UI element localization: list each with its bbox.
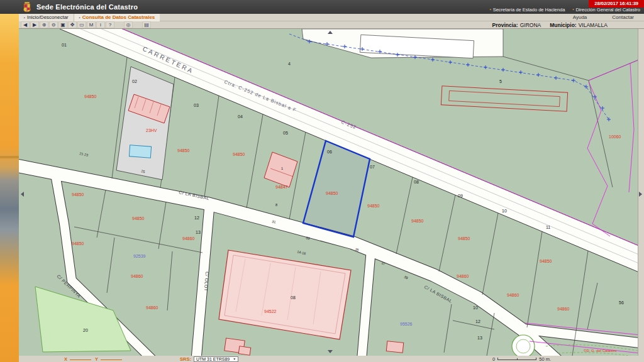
municipio-label: Municipio: — [550, 22, 577, 28]
map-label: 08 — [414, 180, 419, 184]
small-building — [238, 346, 250, 355]
zoom-out-button[interactable]: ⊖ — [49, 21, 58, 28]
map-label: 95526 — [400, 322, 413, 326]
map-label: 01 — [62, 43, 67, 47]
map-label: 94860 — [557, 307, 570, 311]
map-label: 92539 — [133, 254, 146, 258]
map-label: 03 — [194, 103, 199, 107]
tab-bar: ▪ Inicio/Desconectar ▪ Consulta de Datos… — [19, 14, 644, 21]
cadastral-map-viewport[interactable]: CARRETERACtra. C-252 de La Bisbal a FC-2… — [19, 29, 638, 356]
scale-zero: 0 — [492, 356, 495, 362]
pan-down-arrow[interactable] — [328, 350, 333, 353]
measure-button[interactable]: M — [87, 21, 96, 28]
map-label: 5 — [499, 79, 502, 84]
map-label: 10 — [502, 209, 507, 213]
map-label: 20 — [83, 328, 88, 332]
small-building — [386, 341, 404, 353]
map-label: 56 — [619, 300, 624, 305]
map-label: ©D. G. del Catastro — [584, 349, 617, 353]
map-label: 12 — [475, 319, 480, 324]
coordinate-y-value — [101, 359, 122, 360]
pan-up-arrow[interactable] — [328, 31, 333, 34]
sidebar-divider — [0, 156, 19, 158]
map-label: 08 — [291, 295, 296, 300]
title-bar: Sede Electrónica del Catastro 28/02/2017… — [0, 0, 644, 14]
pan-left-arrow[interactable] — [21, 192, 24, 197]
pool — [129, 145, 151, 158]
map-label: 94522 — [264, 309, 277, 314]
map-label: 25 — [141, 169, 145, 173]
map-label: 1 — [281, 167, 283, 170]
map-label: 94850 — [177, 148, 190, 153]
scale-bar: 0 50 m. — [492, 356, 551, 362]
tab-consulta-datos-catastrales[interactable]: ▪ Consulta de Datos Catastrales — [74, 14, 160, 21]
srs-select[interactable]: UTM 31 ETRS89 ▼ — [194, 356, 238, 362]
location-indicator: Provincia:GIRONAMunicipio:VILAMALLA — [492, 22, 608, 28]
map-label: 94860 — [457, 274, 469, 278]
map-label: 94850 — [540, 259, 552, 263]
back-button[interactable]: ◀ — [21, 21, 30, 28]
scale-label: 50 m. — [539, 356, 551, 362]
help-button[interactable]: ? — [106, 21, 114, 28]
link-dgc[interactable]: ▪Dirección General del Catastro — [572, 7, 640, 13]
tab-bar-right: Ayuda Contactar — [573, 14, 634, 20]
sede-catastro-app: { "header": { "title": "Sede Electrónica… — [0, 0, 644, 362]
map-label: 94850 — [72, 192, 84, 197]
map-label: 94850 — [326, 191, 338, 195]
map-label: 94850 — [72, 241, 84, 246]
map-label: 02 — [132, 79, 137, 84]
link-secretaria[interactable]: ▪Secretaría de Estado de Hacienda — [490, 7, 565, 13]
help-link[interactable]: Ayuda — [573, 14, 587, 20]
map-label: 94850 — [233, 152, 245, 156]
map-label: 13 — [477, 336, 482, 340]
contact-link[interactable]: Contactar — [612, 14, 634, 20]
map-label: 06 — [327, 150, 332, 154]
map-label: 94860 — [182, 236, 195, 241]
header-links: ▪Secretaría de Estado de Hacienda ▪Direc… — [490, 7, 641, 13]
page-title: Sede Electrónica del Catastro — [36, 3, 138, 11]
map-label: 07 — [370, 165, 375, 169]
zoom-window-button[interactable]: ▣ — [58, 21, 67, 28]
map-label: 8 — [275, 203, 277, 207]
map-toolbar: ◀▶⊕⊖▣✥▭Mi?◎▤ Provincia:GIRONAMunicipio:V… — [19, 21, 644, 29]
spain-coat-of-arms-icon — [23, 2, 31, 13]
bullet-icon: ▪ — [490, 8, 491, 11]
map-label: 11 — [546, 225, 550, 229]
province-value: GIRONA — [520, 22, 541, 28]
map-label: 94850 — [411, 219, 424, 223]
map-label: 23HV — [146, 128, 157, 133]
map-label: 94850 — [132, 216, 145, 221]
forward-button[interactable]: ▶ — [30, 21, 39, 28]
map-label: 04 — [238, 114, 243, 119]
locate-button[interactable]: ◎ — [124, 21, 133, 28]
map-label: 12 — [194, 216, 199, 220]
map-label: 94847 — [275, 185, 288, 189]
map-label: 10060 — [609, 134, 621, 139]
pan-button[interactable]: ✥ — [68, 21, 77, 28]
zoom-in-button[interactable]: ⊕ — [40, 21, 48, 28]
map-label: 05 — [283, 131, 288, 135]
map-label: 94860 — [507, 293, 519, 297]
zoom-extent-button[interactable]: ▭ — [77, 21, 86, 28]
province-label: Provincia: — [492, 22, 518, 28]
map-label: 94850 — [84, 94, 97, 99]
cadastral-map: CARRETERACtra. C-252 de La Bisbal a FC-2… — [19, 29, 638, 356]
map-label: 94860 — [131, 274, 143, 278]
tab-inicio-desconectar[interactable]: ▪ Inicio/Desconectar — [19, 14, 74, 21]
pan-right-arrow[interactable] — [639, 192, 642, 197]
coordinate-y-label: Y — [95, 356, 98, 362]
status-bar: X Y SRS: UTM 31 ETRS89 ▼ 0 50 m. — [19, 356, 644, 362]
map-label: 13 — [196, 230, 201, 234]
bullet-icon: ▪ — [572, 8, 574, 11]
print-button[interactable]: ▤ — [142, 21, 151, 28]
scale-line — [497, 358, 536, 360]
bullet-icon: ▪ — [79, 16, 80, 19]
coordinate-x-label: X — [64, 356, 67, 362]
bullet-icon: ▪ — [24, 16, 25, 19]
map-label: 10 — [473, 305, 478, 310]
toolbar-buttons: ◀▶⊕⊖▣✥▭Mi?◎▤ — [21, 21, 152, 29]
chevron-down-icon: ▼ — [233, 357, 236, 361]
map-label: 94850 — [458, 236, 470, 241]
map-label: 4 — [288, 62, 291, 66]
info-button[interactable]: i — [96, 21, 105, 28]
